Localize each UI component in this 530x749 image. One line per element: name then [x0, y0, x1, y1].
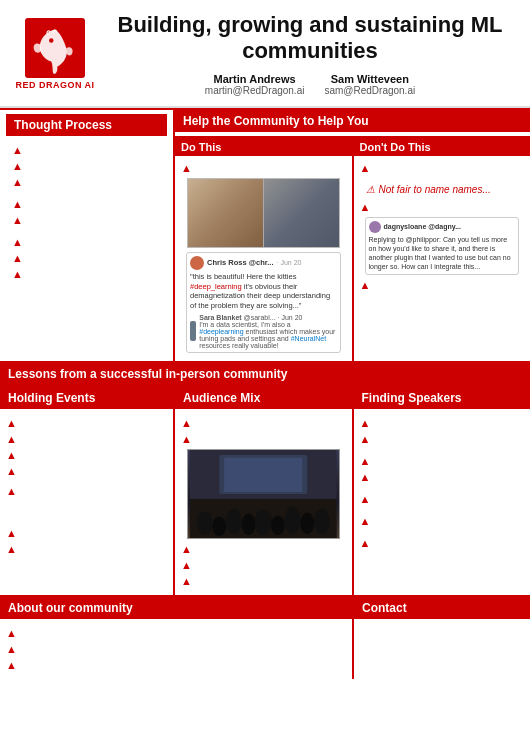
- warning-icon: ⚠: [366, 184, 375, 195]
- contact-label: Contact: [354, 597, 530, 619]
- arrow-icon: ▲: [12, 176, 23, 188]
- do-this-content: ▲: [175, 158, 352, 361]
- arrow-icon: ▲: [360, 515, 371, 527]
- arrow-icon: ▲: [6, 643, 17, 655]
- list-item: ▲: [12, 268, 161, 280]
- list-item: ▲: [12, 160, 161, 172]
- arrow-icon: ▲: [360, 493, 371, 505]
- arrow-icon: ▲: [181, 543, 192, 555]
- arrow-icon: ▲: [6, 449, 17, 461]
- do-this-col: Do This ▲: [175, 138, 354, 361]
- logo-area: RED DRAGON AI: [10, 18, 100, 90]
- list-item: ▲: [12, 214, 161, 226]
- svg-point-10: [285, 506, 301, 533]
- list-item: ▲: [360, 537, 525, 549]
- list-item: ▲: [6, 543, 167, 555]
- about-contact-row: About our community ▲ ▲ ▲ Contact: [0, 595, 530, 679]
- dont-do-this-col: Don't Do This ▲ ⚠ Not fair to name names…: [354, 138, 531, 361]
- list-item: ▲: [6, 417, 167, 429]
- svg-point-6: [226, 508, 242, 533]
- arrow-icon: ▲: [12, 268, 23, 280]
- speaker-1: Martin Andrews martin@RedDragon.ai: [205, 73, 305, 96]
- thought-process-list: ▲ ▲ ▲ ▲ ▲ ▲ ▲ ▲: [6, 140, 167, 288]
- list-item: ▲: [181, 433, 346, 445]
- list-item: ▲: [360, 433, 525, 445]
- lessons-row: Holding Events ▲ ▲ ▲ ▲ ▲ ▲ ▲ Audience Mi…: [0, 385, 530, 595]
- audience-mix-label: Audience Mix: [175, 387, 352, 409]
- list-item: ▲: [6, 449, 167, 461]
- list-item: ▲: [6, 643, 346, 655]
- list-item: ▲: [6, 627, 346, 639]
- list-item: ▲: [6, 485, 167, 497]
- finding-speakers-col: Finding Speakers ▲ ▲ ▲ ▲ ▲ ▲ ▲: [354, 387, 531, 595]
- arrow-icon: ▲: [12, 214, 23, 226]
- speaker-2-name: Sam Witteveen: [324, 73, 415, 85]
- list-item: ▲: [360, 417, 525, 429]
- svg-point-9: [271, 515, 285, 535]
- do-this-label: Do This: [175, 138, 352, 156]
- list-item: ▲: [181, 162, 346, 174]
- list-item: ▲: [360, 493, 525, 505]
- audience-svg: [188, 450, 339, 538]
- arrow-icon: ▲: [6, 417, 17, 429]
- speakers-list: Martin Andrews martin@RedDragon.ai Sam W…: [100, 73, 520, 96]
- arrow-icon: ▲: [12, 252, 23, 264]
- svg-point-5: [212, 516, 226, 536]
- arrow-icon: ▲: [360, 201, 371, 213]
- speaker-1-name: Martin Andrews: [205, 73, 305, 85]
- help-label: Help the Community to Help You: [175, 110, 530, 132]
- arrow-icon: ▲: [360, 417, 371, 429]
- list-item: ▲: [181, 543, 346, 555]
- svg-point-8: [254, 509, 272, 534]
- logo-text: RED DRAGON AI: [15, 80, 94, 90]
- arrow-icon: ▲: [12, 198, 23, 210]
- finding-speakers-list: ▲ ▲ ▲ ▲ ▲ ▲ ▲: [360, 417, 525, 549]
- dont-do-this-label: Don't Do This: [354, 138, 531, 156]
- help-col: Help the Community to Help You Do This ▲: [175, 110, 530, 361]
- not-fair-notice: ⚠ Not fair to name names...: [360, 178, 525, 201]
- arrow-icon: ▲: [181, 417, 192, 429]
- svg-point-12: [314, 508, 330, 533]
- list-item: ▲: [181, 575, 346, 587]
- list-item: ▲: [12, 236, 161, 248]
- arrow-icon: ▲: [6, 527, 17, 539]
- arrow-icon: ▲: [6, 485, 17, 497]
- arrow-icon: ▲: [360, 537, 371, 549]
- list-item: ▲: [6, 659, 346, 671]
- svg-rect-14: [224, 458, 302, 492]
- list-item: ▲: [360, 279, 525, 291]
- about-col: About our community ▲ ▲ ▲: [0, 597, 354, 679]
- help-sub-cols: Do This ▲: [175, 136, 530, 361]
- list-item: ▲: [181, 417, 346, 429]
- list-item: ▲: [6, 527, 167, 539]
- arrow-icon: ▲: [6, 543, 17, 555]
- arrow-icon: ▲: [12, 236, 23, 248]
- audience-mix-col: Audience Mix ▲ ▲: [175, 387, 354, 595]
- tweet-box-2: dagnysloane @dagny... Replying to @phili…: [365, 217, 520, 275]
- holding-events-col: Holding Events ▲ ▲ ▲ ▲ ▲ ▲ ▲: [0, 387, 175, 595]
- tweet-thumbnail-icon: [190, 321, 196, 341]
- arrow-icon: ▲: [6, 627, 17, 639]
- list-item: ▲: [360, 515, 525, 527]
- speaker-2: Sam Witteveen sam@RedDragon.ai: [324, 73, 415, 96]
- svg-point-1: [49, 38, 54, 43]
- holding-events-label: Holding Events: [0, 387, 173, 409]
- list-item: ▲: [12, 176, 161, 188]
- list-item: ▲: [360, 162, 525, 174]
- arrow-icon: ▲: [181, 433, 192, 445]
- list-item: ▲: [6, 465, 167, 477]
- tweet-box-1: Chris Ross @chr... · Jun 20 "this is bea…: [186, 252, 341, 353]
- about-list: ▲ ▲ ▲: [6, 627, 346, 671]
- header: RED DRAGON AI Building, growing and sust…: [0, 0, 530, 108]
- tweet-avatar-2-icon: [369, 221, 381, 233]
- arrow-icon: ▲: [360, 455, 371, 467]
- tweet-avatar-icon: [190, 256, 204, 270]
- list-item: ▲: [360, 201, 525, 213]
- arrow-icon: ▲: [12, 144, 23, 156]
- arrow-icon: ▲: [6, 433, 17, 445]
- arrow-icon: ▲: [360, 162, 371, 174]
- arrow-icon: ▲: [360, 433, 371, 445]
- list-item: ▲: [181, 559, 346, 571]
- audience-mix-list-2: ▲ ▲ ▲: [181, 543, 346, 587]
- contact-col: Contact: [354, 597, 530, 679]
